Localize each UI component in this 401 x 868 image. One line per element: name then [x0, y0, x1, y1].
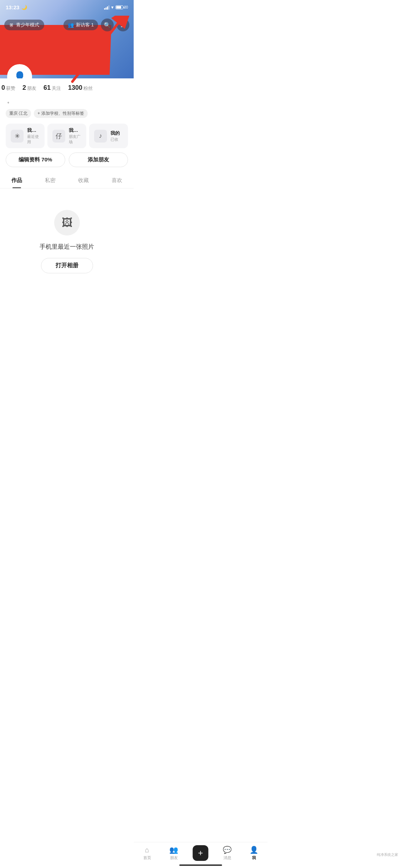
battery-text: 30 [124, 5, 128, 9]
search-icon: 🔍 [104, 22, 111, 29]
empty-text: 手机里最近一张照片 [40, 243, 94, 251]
bio-text: 。 [6, 96, 128, 108]
profile-section: 0获赞2朋友61关注1300粉丝 。 重庆·江北 + 添加学校、性别等标签 ✳ … [0, 78, 134, 288]
tabs-row: 作品私密收藏喜欢 [0, 173, 134, 188]
youth-mode-label: 青少年模式 [16, 22, 39, 28]
visitor-label: 新访客 1 [76, 22, 94, 28]
stat-number: 1300 [68, 84, 82, 92]
mini-app-item-0[interactable]: ✳ 我的小程序 最近使用 [6, 124, 45, 148]
tab-私密[interactable]: 私密 [34, 173, 67, 188]
header-right: 👥 新访客 1 🔍 ☰ [63, 19, 129, 31]
menu-button[interactable]: ☰ [117, 19, 129, 31]
visitor-icon: 👥 [68, 22, 74, 28]
tags-row: 重庆·江北 + 添加学校、性别等标签 [6, 108, 128, 124]
stat-item: 61关注 [43, 84, 61, 92]
tab-喜欢[interactable]: 喜欢 [100, 173, 134, 188]
mini-app-item-1[interactable]: 仔 我的仔仔 朋友广场 [47, 124, 86, 148]
visitor-button[interactable]: 👥 新访客 1 [63, 20, 98, 30]
mini-app-name: 我的仔仔 [69, 127, 81, 134]
stat-item: 1300粉丝 [68, 84, 93, 92]
empty-state: 🖼 手机里最近一张照片 打开相册 [0, 188, 134, 288]
moon-icon: 🌙 [21, 5, 27, 10]
mini-app-info: 我的小程序 最近使用 [27, 127, 40, 145]
stat-item: 0获赞 [1, 84, 15, 92]
status-icons: ▾ 30 [104, 5, 128, 10]
stat-number: 61 [43, 84, 51, 92]
mini-app-info: 我的 已收 [110, 130, 120, 142]
mini-app-item-2[interactable]: ♪ 我的 已收 [89, 124, 128, 148]
wifi-icon: ▾ [111, 5, 114, 10]
signal-icon [104, 5, 109, 10]
youth-mode-button[interactable]: ⛨ 青少年模式 [4, 20, 44, 30]
stat-label: 获赞 [6, 85, 15, 92]
mini-app-sub: 朋友广场 [69, 134, 81, 145]
shield-icon: ⛨ [9, 22, 14, 28]
add-friend-button[interactable]: 添加朋友 [69, 153, 128, 167]
mini-apps-row: ✳ 我的小程序 最近使用 仔 我的仔仔 朋友广场 ♪ 我的 已收 [6, 124, 128, 148]
mini-app-name: 我的小程序 [27, 127, 40, 134]
mini-app-icon: ♪ [94, 130, 107, 143]
tab-作品[interactable]: 作品 [0, 173, 34, 188]
stat-label: 关注 [52, 85, 61, 92]
empty-icon-wrap: 🖼 [54, 210, 80, 236]
profile-details: 。 重庆·江北 + 添加学校、性别等标签 ✳ 我的小程序 最近使用 仔 我的仔仔… [0, 96, 134, 167]
mini-app-icon: 仔 [52, 130, 65, 143]
stat-number: 0 [1, 84, 5, 92]
stat-number: 2 [22, 84, 26, 92]
mini-app-sub: 最近使用 [27, 134, 40, 145]
stat-item: 2朋友 [22, 84, 36, 92]
status-time: 13:23 [6, 4, 19, 10]
search-button[interactable]: 🔍 [101, 19, 114, 31]
photo-icon: 🖼 [62, 217, 72, 229]
battery-container: 30 [115, 5, 128, 9]
edit-profile-button[interactable]: 编辑资料 70% [6, 153, 65, 167]
battery-icon [115, 5, 123, 9]
action-buttons: 编辑资料 70%添加朋友 [6, 153, 128, 167]
mini-app-sub: 已收 [110, 137, 120, 142]
status-bar: 13:23 🌙 ▾ 30 [0, 0, 134, 13]
header-left: ⛨ 青少年模式 [4, 20, 44, 30]
mini-app-info: 我的仔仔 朋友广场 [69, 127, 81, 145]
location-tag: 重庆·江北 [6, 109, 31, 118]
stat-label: 朋友 [27, 85, 36, 92]
mini-app-name: 我的 [110, 130, 120, 136]
stat-label: 粉丝 [83, 85, 93, 92]
menu-icon: ☰ [120, 22, 125, 29]
open-album-button[interactable]: 打开相册 [41, 258, 93, 273]
add-tag-button[interactable]: + 添加学校、性别等标签 [34, 109, 87, 118]
header: ⛨ 青少年模式 👥 新访客 1 🔍 ☰ [0, 16, 134, 34]
stats-row: 0获赞2朋友61关注1300粉丝 [0, 78, 134, 96]
mini-app-icon: ✳ [11, 130, 24, 143]
tab-收藏[interactable]: 收藏 [67, 173, 101, 188]
